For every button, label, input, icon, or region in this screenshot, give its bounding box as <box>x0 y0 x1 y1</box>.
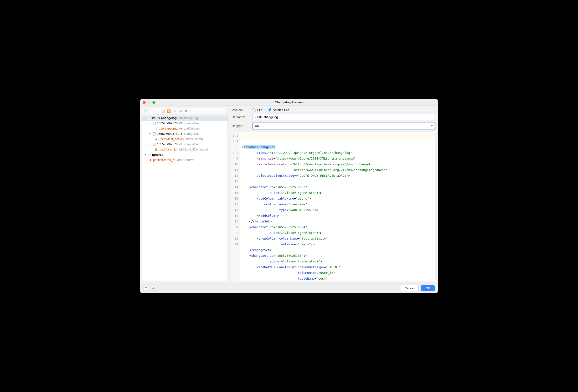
tree-item-label: post#user_id <box>159 148 176 151</box>
tree-panel: 📄 ＋ － 📑 🔀 🛢 🏷 ⚙ ▾ 📄 21-01-changelog dbCh… <box>142 108 228 281</box>
radio-scratch-label: Scratch File <box>273 108 289 112</box>
tree-changeset-2[interactable]: ▾ 📋 1655756925780-4 changeSet <box>142 131 228 136</box>
file-type-select[interactable]: XML ▾ <box>252 123 435 129</box>
tree-root-type: dbChangeLog <box>179 116 198 120</box>
save-as-row: Save as: File Scratch File <box>231 108 435 112</box>
tree-item-type: addColumn <box>184 127 200 130</box>
tree-item-type: dropColumn <box>177 158 194 162</box>
db-icon[interactable]: 🛢 <box>173 109 176 113</box>
changelog-icon: 📄 <box>147 116 151 120</box>
save-as-label: Save as: <box>231 108 250 112</box>
ok-button[interactable]: OK <box>421 285 435 291</box>
tag-icon[interactable]: 🏷 <box>178 109 182 113</box>
code-text: <databaseChangeLog xmlns="http://www.liq… <box>242 144 435 281</box>
tree-root[interactable]: ▾ 📄 21-01-changelog dbChangeLog <box>142 116 228 121</box>
window-controls <box>143 101 155 104</box>
file-icon[interactable]: 📑 <box>161 109 165 113</box>
right-panel: Save as: File Scratch File File name: Fi… <box>228 106 438 283</box>
tree-changeset-2-child[interactable]: ⬇ users#last_activity dropColumn <box>142 136 228 142</box>
window-title: Changelog Preview <box>275 101 303 104</box>
file-name-label: File name: <box>231 115 250 119</box>
file-type-value: XML <box>255 124 261 128</box>
editor-content[interactable]: <databaseChangeLog xmlns="http://www.liq… <box>240 132 435 281</box>
tree-changeset-3[interactable]: ▾ 📋 1655756925780-1 changeSet <box>142 142 228 147</box>
tree-item-label: users#username <box>159 127 182 130</box>
tree-item-label: post#created_at <box>153 158 175 162</box>
file-type-row: File type: XML ▾ <box>231 123 435 129</box>
chevron-down-icon[interactable]: ▾ <box>144 153 146 156</box>
maximize-icon[interactable] <box>152 101 155 104</box>
chevron-down-icon[interactable]: ▾ <box>148 122 151 125</box>
radio-scratch-input[interactable] <box>268 108 271 112</box>
tree-item-label: 1655756925780-1 <box>157 142 182 146</box>
tree-item-label: 1655756925780-2 <box>157 121 182 125</box>
minimize-icon <box>147 101 150 104</box>
add-column-icon: ⬆ <box>154 127 158 130</box>
add-icon[interactable]: ＋ <box>150 109 153 113</box>
current-line-highlight <box>240 133 435 139</box>
tree-item-label: 1655756925780-4 <box>157 132 182 135</box>
help-button[interactable]: ? <box>143 285 148 291</box>
tree-item-label: users#last_activity <box>159 137 184 141</box>
file-name-row: File name: <box>231 114 435 120</box>
footer-settings-button[interactable]: ⚙ <box>151 285 156 291</box>
tree-ignored-child[interactable]: ⬇ post#created_at dropColumn <box>142 157 228 163</box>
tree-item-type: addNotNullConstraint <box>178 148 208 151</box>
constraint-icon: 🔒 <box>154 148 158 151</box>
ignored-icon: 📄 <box>147 153 151 157</box>
chevron-down-icon[interactable]: ▾ <box>148 132 151 135</box>
settings-icon[interactable]: ⚙ <box>184 109 188 113</box>
radio-file[interactable]: File <box>252 108 262 112</box>
tree-item-type: changeSet <box>184 121 199 125</box>
radio-file-input[interactable] <box>252 108 256 112</box>
tree-root-label: 21-01-changelog <box>152 116 177 120</box>
editor-gutter: 1 2 3 4 5 6 7 8 9 10 11 12 13 14 15 16 1… <box>231 132 240 281</box>
dialog-footer: ? ⚙ Cancel OK <box>140 283 438 293</box>
radio-file-label: File <box>257 108 262 112</box>
chevron-down-icon[interactable]: ▾ <box>144 117 146 119</box>
changeset-icon: 📋 <box>152 121 156 125</box>
chevron-down-icon[interactable]: ▾ <box>148 143 151 146</box>
tree-item-type: changeSet <box>184 132 199 135</box>
titlebar: Changelog Preview <box>140 99 438 106</box>
tree-item-type: changeSet <box>184 142 199 146</box>
file-type-label: File type: <box>231 124 250 128</box>
code-editor[interactable]: 1 2 3 4 5 6 7 8 9 10 11 12 13 14 15 16 1… <box>231 132 435 281</box>
tree-toolbar: 📄 ＋ － 📑 🔀 🛢 🏷 ⚙ <box>142 108 228 115</box>
file-name-input[interactable] <box>252 114 435 120</box>
new-changelog-icon[interactable]: 📄 <box>144 109 148 113</box>
drop-column-icon: ⬇ <box>154 137 158 141</box>
tree-item-type: dropColumn <box>186 137 203 141</box>
tree-changeset-1[interactable]: ▾ 📋 1655756925780-2 changeSet <box>142 121 228 126</box>
changelog-preview-dialog: Changelog Preview 📄 ＋ － 📑 🔀 🛢 🏷 ⚙ ▾ 📄 21… <box>140 99 438 293</box>
changelog-tree[interactable]: ▾ 📄 21-01-changelog dbChangeLog ▾ 📋 1655… <box>142 115 228 281</box>
tree-changeset-1-child[interactable]: ⬆ users#username addColumn <box>142 126 228 131</box>
tree-changeset-3-child[interactable]: 🔒 post#user_id addNotNullConstraint <box>142 147 228 152</box>
changeset-icon: 📋 <box>152 142 156 146</box>
chevron-down-icon: ▾ <box>431 124 433 128</box>
remove-icon[interactable]: － <box>155 109 159 113</box>
tree-ignored[interactable]: ▾ 📄 Ignored <box>142 152 228 157</box>
tree-item-label: Ignored <box>152 153 164 157</box>
diff-icon[interactable]: 🔀 <box>167 109 171 113</box>
changeset-icon: 📋 <box>152 132 156 135</box>
cancel-button[interactable]: Cancel <box>400 285 419 291</box>
close-icon[interactable] <box>143 101 146 104</box>
drop-column-icon: ⬇ <box>148 158 152 162</box>
radio-scratch[interactable]: Scratch File <box>268 108 289 112</box>
